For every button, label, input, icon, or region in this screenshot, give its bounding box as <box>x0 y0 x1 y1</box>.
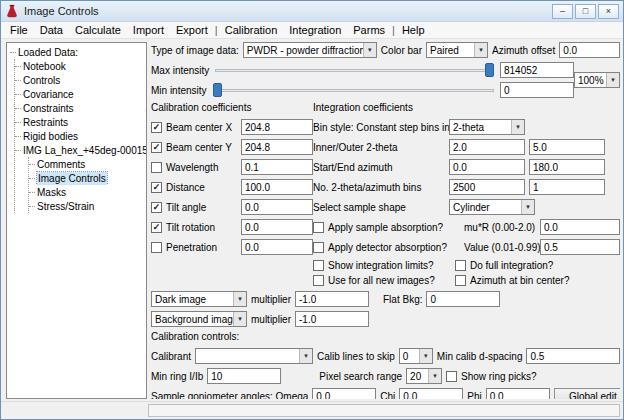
background-multiplier-label: multiplier <box>251 314 291 325</box>
tree-item-stress-strain[interactable]: Stress/Strain <box>29 199 146 213</box>
goniometer-label: Sample goniometer angles: Omega <box>151 391 308 400</box>
show-ring-picks-checkbox[interactable] <box>446 371 457 382</box>
dropdown-arrow-icon: ▾ <box>233 312 246 326</box>
dark-image-select[interactable]: Dark image ▾ <box>151 291 247 307</box>
calibration-coefficients-header: Calibration coefficients <box>151 102 313 116</box>
wavelength-checkbox[interactable] <box>151 162 162 173</box>
min-ring-input[interactable]: 10 <box>207 368 281 384</box>
2theta-bins-input[interactable]: 2500 <box>449 179 525 195</box>
beam-center-y-checkbox[interactable]: ✓ <box>151 142 162 153</box>
colorbar-select[interactable]: Paired ▾ <box>426 42 488 58</box>
min-calib-dspacing-input[interactable]: 0.5 <box>526 348 620 364</box>
minimize-button[interactable]: – <box>552 4 573 19</box>
do-full-integration-checkbox[interactable] <box>455 260 466 271</box>
dark-multiplier-label: multiplier <box>251 294 291 305</box>
menu-export[interactable]: Export <box>170 23 214 37</box>
sample-shape-select[interactable]: Cylinder ▾ <box>449 199 535 215</box>
min-ring-label: Min ring I/Ib <box>151 371 203 382</box>
close-button[interactable]: × <box>598 4 619 19</box>
tree-item-restraints[interactable]: Restraints <box>15 115 146 129</box>
tree-root[interactable]: Loaded Data: <box>10 45 146 59</box>
menu-file[interactable]: File <box>4 23 34 37</box>
menu-import[interactable]: Import <box>127 23 170 37</box>
detector-absorption-checkbox[interactable] <box>313 242 324 253</box>
azimuth-at-bin-center-checkbox[interactable] <box>455 275 466 286</box>
azimuth-bins-input[interactable]: 1 <box>529 179 605 195</box>
wavelength-input[interactable]: 0.1 <box>241 159 313 175</box>
colorbar-label: Color bar <box>381 45 422 56</box>
sample-absorption-checkbox[interactable] <box>313 222 324 233</box>
tree-item-constraints[interactable]: Constraints <box>15 101 146 115</box>
tilt-angle-input[interactable]: 0.0 <box>241 199 313 215</box>
menu-calibration[interactable]: Calibration <box>219 23 284 37</box>
dark-multiplier-input[interactable]: -1.0 <box>295 291 369 307</box>
menu-calculate[interactable]: Calculate <box>69 23 127 37</box>
slider-track <box>215 69 494 72</box>
flat-bkg-input[interactable]: 0 <box>426 291 500 307</box>
min-intensity-input[interactable]: 0 <box>500 82 574 98</box>
omega-input[interactable]: 0.0 <box>312 388 376 399</box>
start-azimuth-input[interactable]: 0.0 <box>449 159 525 175</box>
tree-item-image-controls[interactable]: Image Controls <box>29 171 146 185</box>
beam-center-x-label: Beam center X <box>166 122 237 133</box>
max-intensity-input[interactable]: 814052 <box>500 62 574 78</box>
min-intensity-slider[interactable] <box>211 82 496 98</box>
mur-input[interactable]: 0.0 <box>540 219 620 235</box>
menu-parms[interactable]: Parms <box>347 23 391 37</box>
tree-item-notebook[interactable]: Notebook <box>15 59 146 73</box>
calibrant-label: Calibrant <box>151 351 191 362</box>
calibrant-select[interactable]: ▾ <box>195 348 313 364</box>
global-edit-button[interactable]: Global edit <box>554 388 620 400</box>
tree-item-covariance[interactable]: Covariance <box>15 87 146 101</box>
distance-checkbox[interactable]: ✓ <box>151 182 162 193</box>
penetration-checkbox[interactable] <box>151 242 162 253</box>
min-intensity-slider-thumb[interactable] <box>213 83 222 97</box>
max-intensity-label: Max intensity <box>151 65 209 76</box>
tilt-angle-checkbox[interactable]: ✓ <box>151 202 162 213</box>
background-multiplier-input[interactable]: -1.0 <box>295 311 369 327</box>
tilt-rotation-input[interactable]: 0.0 <box>241 219 313 235</box>
background-image-select[interactable]: Background image ▾ <box>151 311 247 327</box>
menu-data[interactable]: Data <box>34 23 69 37</box>
sample-shape-label: Select sample shape <box>313 202 445 213</box>
phi-input[interactable]: 0.0 <box>486 388 550 399</box>
app-icon <box>5 4 19 18</box>
calibration-controls-header: Calibration controls: <box>151 331 620 345</box>
penetration-label: Penetration <box>166 242 237 253</box>
min-calib-dspacing-label: Min calib d-spacing <box>437 351 523 362</box>
image-controls-window: Image Controls – □ × File Data Calculate… <box>0 0 624 420</box>
menu-help[interactable]: Help <box>396 23 431 37</box>
maximize-button[interactable]: □ <box>575 4 596 19</box>
distance-input[interactable]: 100.0 <box>241 179 313 195</box>
min-intensity-label: Min intensity <box>151 85 207 96</box>
azimuth-at-bin-center-label: Azimuth at bin center? <box>470 275 570 286</box>
max-intensity-slider[interactable] <box>213 62 496 78</box>
end-azimuth-input[interactable]: 180.0 <box>529 159 605 175</box>
image-type-select[interactable]: PWDR - powder diffraction data ▾ <box>243 42 377 58</box>
calib-lines-select[interactable]: 0 ▾ <box>399 348 433 364</box>
tree-item-controls[interactable]: Controls <box>15 73 146 87</box>
tree-item-comments[interactable]: Comments <box>29 157 146 171</box>
menu-integration[interactable]: Integration <box>283 23 347 37</box>
show-integration-limits-checkbox[interactable] <box>313 260 324 271</box>
max-scale-select[interactable]: 100% ▾ <box>574 72 620 88</box>
beam-center-x-checkbox[interactable]: ✓ <box>151 122 162 133</box>
outer-2theta-input[interactable]: 5.0 <box>529 139 605 155</box>
dropdown-arrow-icon: ▾ <box>419 349 432 363</box>
penetration-input[interactable]: 0.0 <box>241 239 313 255</box>
tilt-rotation-checkbox[interactable]: ✓ <box>151 222 162 233</box>
bin-style-select[interactable]: 2-theta ▾ <box>449 119 525 135</box>
use-for-all-new-images-checkbox[interactable] <box>313 275 324 286</box>
tree-item-rigid-bodies[interactable]: Rigid bodies <box>15 129 146 143</box>
azimuth-offset-input[interactable]: 0.0 <box>559 42 620 58</box>
pixel-search-select[interactable]: 20 ▾ <box>406 368 442 384</box>
tree-item-masks[interactable]: Masks <box>29 185 146 199</box>
max-intensity-slider-thumb[interactable] <box>485 63 494 77</box>
phi-label: Phi <box>467 391 481 400</box>
inner-2theta-input[interactable]: 2.0 <box>449 139 525 155</box>
beam-center-y-input[interactable]: 204.8 <box>241 139 313 155</box>
tree-item-img[interactable]: IMG La_hex_+45deg-00015.ti <box>15 143 146 157</box>
beam-center-x-input[interactable]: 204.8 <box>241 119 313 135</box>
detector-absorption-input[interactable]: 0.5 <box>540 239 620 255</box>
chi-input[interactable]: 0.0 <box>399 388 463 399</box>
